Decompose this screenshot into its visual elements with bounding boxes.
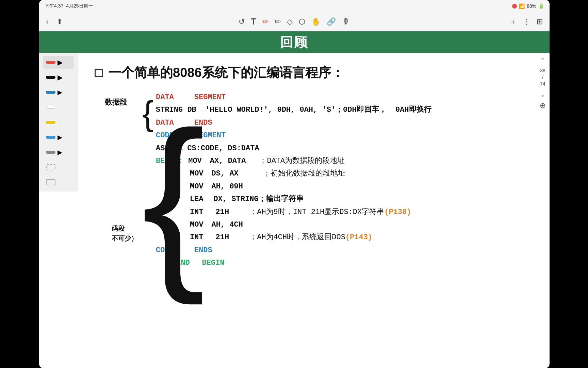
line-lea: LEA DX, STRING；输出字符串 (156, 193, 550, 205)
comment-int1: ；AH为9时，INT 21H显示DS:DX字符串 (249, 206, 384, 218)
code-mov2-arg: DS, AX (212, 167, 239, 180)
black-color-indicator (46, 76, 55, 79)
keyword-ends2: ENDS (194, 244, 212, 257)
tool-dotted-rect[interactable] (43, 161, 74, 174)
data-segment-label: 数据段 (105, 97, 127, 107)
line-assume: ASSUME CS:CODE, DS:DATA (156, 142, 550, 155)
ipad-frame: 下午4:37 4月25日周一 📶 88% 🔋 ‹ ⬆ ↺ T ✏ ✏ ◇ ⬡ ✋… (39, 0, 550, 368)
pages-button[interactable]: ⊞ (537, 17, 543, 26)
pen-tool-button[interactable]: ✏ (262, 17, 268, 26)
comment-int2: ；AH为4CH时，系统返回DOS (249, 231, 345, 244)
tool-solid-rect[interactable] (43, 176, 74, 189)
pencil-tool-button[interactable]: ✏ (275, 17, 281, 26)
ref-p138: (P138) (384, 206, 411, 218)
total-pages: 74 (540, 81, 545, 88)
toolbar-right: ＋ ⋮ ⊞ (419, 17, 543, 27)
more-button[interactable]: ⋮ (523, 17, 530, 26)
scroll-up-button[interactable]: ⌃ (540, 57, 546, 65)
link-tool-button[interactable]: 🔗 (327, 17, 336, 26)
line-data-ends: DATA ENDS (156, 117, 550, 129)
share-button[interactable]: ⬆ (56, 17, 63, 26)
text-tool-button[interactable]: T (251, 16, 256, 27)
scroll-down-button[interactable]: ⌄ (540, 90, 546, 98)
line-mov2: MOV DS, AX ；初始化数据段的段地址 (156, 167, 550, 180)
line-code-ends: CODE ENDS (156, 244, 550, 257)
title-square-icon (95, 69, 103, 77)
lasso-tool-button[interactable]: ⬡ (299, 17, 305, 26)
battery-display: 88% (527, 3, 536, 9)
comment-mov1: ；DATA为数据段的段地址 (259, 155, 345, 167)
tool-blue-pen[interactable]: ▶ (43, 86, 74, 99)
status-right: 📶 88% 🔋 (512, 3, 544, 9)
page-info: 38 / 74 (540, 67, 545, 88)
keyword-code: CODE (156, 129, 174, 142)
status-bar: 下午4:37 4月25日周一 📶 88% 🔋 (39, 0, 550, 12)
tool-blue2-pen[interactable]: ▶ (43, 131, 74, 144)
code-int2-arg: 21H (216, 231, 229, 244)
hand-tool-button[interactable]: ✋ (311, 17, 321, 26)
keyword-segment1: SEGMENT (194, 91, 226, 104)
code-assume: ASSUME CS:CODE, DS:DATA (156, 142, 259, 155)
toolbar: ‹ ⬆ ↺ T ✏ ✏ ◇ ⬡ ✋ 🔗 🎙 ＋ ⋮ ⊞ (39, 12, 550, 31)
blue-color-indicator (46, 91, 55, 94)
code-mov2: MOV (190, 167, 203, 180)
tool-red-pen[interactable]: ▶ (43, 56, 74, 69)
zoom-button[interactable]: ⊕ (540, 101, 546, 110)
keyword-data-ends: DATA (156, 117, 174, 129)
status-left: 下午4:37 4月25日周一 (45, 3, 93, 9)
code-block: DATA SEGMENT STRING DB 'HELLO WORLD!', 0… (156, 91, 550, 269)
line-mov3: MOV AH, 09H (156, 180, 550, 193)
eraser-tool-button[interactable]: ◇ (287, 17, 293, 26)
code-mov1-arg: AX, DATA (210, 155, 246, 167)
code-section: 数据段 { DATA SEGMENT STRING DB 'HELLO WORL… (156, 91, 550, 269)
main-content: 一个简单的8086系统下的汇编语言程序： 数据段 { DATA SEGMENT (78, 53, 550, 276)
yellow-bar: ═ (58, 119, 61, 125)
code-lea-arg: DX, STRING；输出字符串 (214, 193, 304, 205)
undo-button[interactable]: ↺ (239, 17, 245, 26)
keyword-ends1: ENDS (194, 117, 212, 129)
dotted-rect-indicator (46, 164, 55, 170)
right-sidebar: ⌃ 38 / 74 ⌄ ⊕ (536, 53, 550, 113)
annotation-line1: 码段 (112, 224, 137, 234)
keyword-data: DATA (156, 91, 174, 104)
line-data-segment: DATA SEGMENT (156, 91, 550, 104)
code-lea: LEA (190, 193, 203, 205)
header-title: 回顾 (280, 34, 309, 51)
red-color-indicator (46, 61, 55, 64)
code-mov1: MOV (188, 155, 202, 167)
tool-gray-pen[interactable]: ▶ (43, 146, 74, 159)
wifi-icon: 📶 (519, 3, 525, 9)
tool-yellow-highlight[interactable]: ═ (43, 116, 74, 129)
line-int2: INT 21H ；AH为4CH时，系统返回DOS (P143) (156, 231, 550, 244)
add-button[interactable]: ＋ (509, 17, 517, 27)
comment-mov2: ；初始化数据段的段地址 (263, 167, 345, 180)
page-divider: / (540, 74, 545, 81)
mic-button[interactable]: 🎙 (342, 17, 350, 27)
tool-white-eraser[interactable] (43, 101, 74, 114)
keyword-begin: BEGIN: (156, 155, 183, 167)
back-button[interactable]: ‹ (46, 17, 48, 26)
keyword-end: END (176, 257, 190, 269)
line-end-begin: END BEGIN (156, 257, 550, 269)
code-mov3-arg: AH, 09H (212, 180, 243, 193)
ref-p143: (P143) (345, 231, 372, 244)
annotation-codeseg: 码段 不可少） (112, 224, 137, 243)
keyword-segment2: SEGMENT (194, 129, 226, 142)
code-mov4: MOV (190, 218, 203, 231)
record-icon (512, 4, 517, 9)
line-int1: INT 21H ；AH为9时，INT 21H显示DS:DX字符串 (P138) (156, 206, 550, 218)
red-pen-arrow: ▶ (58, 58, 63, 66)
tool-black-pen[interactable]: ▶ (43, 71, 74, 84)
code-string-db: STRING DB 'HELLO WORLD!', 0DH, 0AH, '$'；… (156, 104, 431, 116)
toolbar-center: ↺ T ✏ ✏ ◇ ⬡ ✋ 🔗 🎙 (170, 16, 419, 27)
line-string-db: STRING DB 'HELLO WORLD!', 0DH, 0AH, '$'；… (156, 104, 550, 116)
left-sidebar: ▶ ▶ ▶ ═ ▶ ▶ (39, 53, 78, 191)
line-begin-mov1: BEGIN: MOV AX, DATA ；DATA为数据段的段地址 (156, 155, 550, 167)
line-mov4: MOV AH, 4CH (156, 218, 550, 231)
date-display: 4月25日周一 (66, 3, 93, 9)
time-display: 下午4:37 (45, 3, 63, 9)
code-int2: INT (190, 231, 203, 244)
keyword-begin-end: BEGIN (202, 257, 225, 269)
white-color-indicator (46, 106, 55, 109)
yellow-color-indicator (46, 121, 55, 124)
